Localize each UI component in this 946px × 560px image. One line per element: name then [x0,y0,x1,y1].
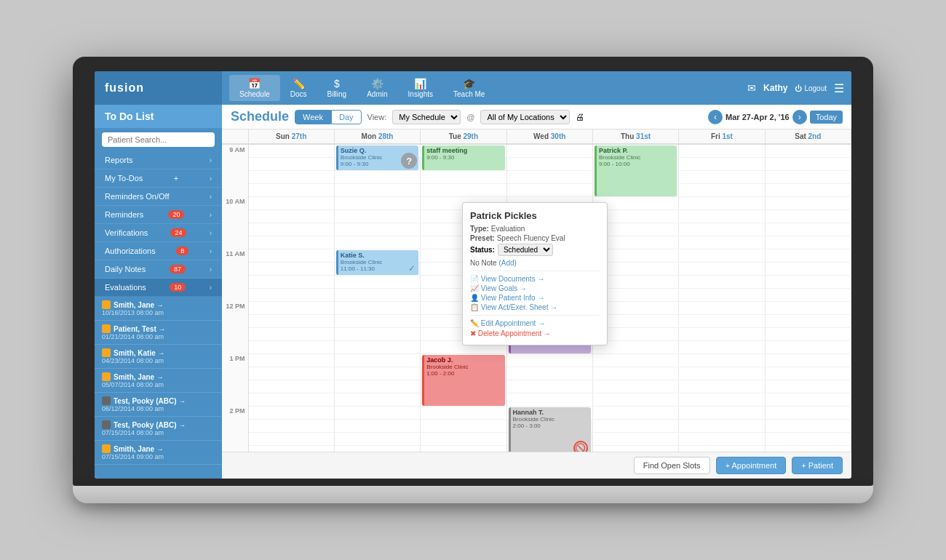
cal-cell-3-2[interactable] [506,170,592,183]
sidebar-item-verifications[interactable]: Verifications 24 › [95,224,222,242]
cal-cell-6-15[interactable] [765,340,851,353]
cal-cell-3-19[interactable] [506,393,592,406]
sidebar-item-daily-notes[interactable]: Daily Notes 87 › [95,260,222,279]
cal-cell-6-5[interactable] [765,209,851,223]
appt-jacob-j[interactable]: Jacob J.Brookside Clinic1:00 - 2:00 [422,355,504,406]
cal-cell-1-12[interactable] [334,301,420,314]
cal-cell-0-16[interactable] [248,353,334,367]
cal-cell-0-19[interactable] [248,393,334,406]
cal-cell-1-18[interactable] [334,380,420,393]
cal-cell-6-2[interactable] [765,170,851,183]
prev-week-btn[interactable]: ‹ [708,110,723,124]
view-select[interactable]: My Schedule [392,110,461,124]
cal-cell-5-9[interactable] [679,262,765,275]
cal-cell-2-22[interactable] [421,432,506,445]
nav-item-insights[interactable]: 📊 Insights [398,75,443,101]
eval-item-3[interactable]: Smith, Jane → 05/07/2014 08:00 am [95,369,222,393]
menu-icon[interactable]: ☰ [834,81,844,95]
tab-day[interactable]: Day [331,110,362,124]
cal-cell-1-15[interactable] [334,340,420,353]
cal-cell-2-23[interactable] [421,445,506,452]
cal-cell-1-0[interactable]: Suzie Q.Brookside Clinic9:00 - 9:30? [334,144,420,157]
cal-cell-0-10[interactable] [248,275,334,288]
cal-cell-2-20[interactable] [421,406,506,419]
cal-cell-6-16[interactable] [765,353,851,367]
cal-cell-1-13[interactable] [334,314,420,327]
cal-cell-6-8[interactable] [765,249,851,262]
cal-cell-6-23[interactable] [765,445,851,452]
nav-item-billing[interactable]: $ Billing [317,75,357,101]
cal-cell-1-7[interactable] [334,236,420,249]
cal-cell-6-3[interactable] [765,183,851,196]
edit-appointment-link[interactable]: ✏️ Edit Appointment → [470,319,600,327]
cal-cell-5-1[interactable] [679,157,765,170]
appt-katie-s[interactable]: Katie S.Brookside Clinic11:00 - 11:30✓ [336,250,418,275]
cal-cell-5-4[interactable] [679,196,765,209]
cal-cell-0-1[interactable] [248,157,334,170]
add-patient-btn[interactable]: + Patient [792,457,843,474]
sidebar-item-authorizations[interactable]: Authorizations 8 › [95,242,222,260]
cal-cell-1-4[interactable] [334,196,420,209]
cal-cell-5-16[interactable] [679,353,765,367]
sidebar-item-evaluations[interactable]: Evaluations 10 › [95,279,222,297]
cal-cell-0-14[interactable] [248,327,334,340]
cal-cell-0-11[interactable] [248,288,334,301]
cal-cell-3-16[interactable] [506,353,592,367]
cal-cell-2-21[interactable] [421,419,506,432]
cal-cell-1-22[interactable] [334,432,420,445]
sidebar-item-mytodos[interactable]: My To-Dos + › [95,169,222,188]
patient-search-input[interactable] [102,132,215,147]
delete-appointment-link[interactable]: ✖ Delete Appointment → [470,329,600,337]
sidebar-item-reminders-onoff[interactable]: Reminders On/Off › [95,188,222,206]
cal-cell-6-21[interactable] [765,419,851,432]
cal-cell-5-10[interactable] [679,275,765,288]
cal-cell-0-7[interactable] [248,236,334,249]
cal-cell-1-19[interactable] [334,393,420,406]
print-icon[interactable]: 🖨 [576,112,584,122]
eval-item-5[interactable]: Test, Pooky (ABC) → 07/15/2014 08:00 am [95,417,222,441]
cal-cell-4-18[interactable] [592,380,678,393]
eval-item-0[interactable]: Smith, Jane → 10/16/2013 08:00 am [95,297,222,321]
cal-cell-1-3[interactable] [334,183,420,196]
cal-cell-6-22[interactable] [765,432,851,445]
cal-cell-3-18[interactable] [506,380,592,393]
add-note-link[interactable]: (Add) [498,259,516,267]
cal-cell-6-19[interactable] [765,393,851,406]
cal-cell-0-5[interactable] [248,209,334,223]
cal-cell-6-6[interactable] [765,223,851,236]
cal-cell-4-17[interactable] [592,367,678,380]
eval-item-2[interactable]: Smith, Katie → 04/23/2014 08:00 am [95,345,222,369]
cal-cell-3-1[interactable] [506,157,592,170]
cal-cell-2-3[interactable] [421,183,506,196]
view-documents-link[interactable]: 📄 View Documents → [470,275,600,283]
cal-cell-0-0[interactable] [248,144,334,157]
view-patient-info-link[interactable]: 👤 View Patient Info → [470,294,600,302]
cal-cell-6-11[interactable] [765,288,851,301]
cal-cell-5-13[interactable] [679,314,765,327]
cal-cell-4-21[interactable] [592,419,678,432]
cal-cell-5-6[interactable] [679,223,765,236]
cal-cell-0-4[interactable] [248,196,334,209]
cal-cell-5-22[interactable] [679,432,765,445]
cal-cell-0-20[interactable] [248,406,334,419]
add-appointment-btn[interactable]: + Appointment [716,457,787,474]
cal-cell-6-20[interactable] [765,406,851,419]
cal-cell-5-23[interactable] [679,445,765,452]
nav-item-teach[interactable]: 🎓 Teach Me [443,75,495,101]
cal-cell-5-12[interactable] [679,301,765,314]
cal-cell-0-15[interactable] [248,340,334,353]
sidebar-item-reminders[interactable]: Reminders 20 › [95,206,222,224]
cal-cell-4-23[interactable] [592,445,678,452]
cal-cell-3-17[interactable] [506,367,592,380]
cal-cell-6-0[interactable] [765,144,851,157]
cal-cell-6-17[interactable] [765,367,851,380]
cal-cell-6-1[interactable] [765,157,851,170]
cal-cell-1-17[interactable] [334,367,420,380]
eval-item-1[interactable]: Patient, Test → 01/21/2014 08:00 am [95,321,222,345]
eval-item-4[interactable]: Test, Pooky (ABC) → 06/12/2014 08:00 am [95,393,222,417]
cal-cell-2-0[interactable]: staff meeting9:00 - 9:30 [421,144,506,157]
cal-cell-2-2[interactable] [421,170,506,183]
cal-cell-1-23[interactable] [334,445,420,452]
cal-cell-0-6[interactable] [248,223,334,236]
cal-cell-4-22[interactable] [592,432,678,445]
